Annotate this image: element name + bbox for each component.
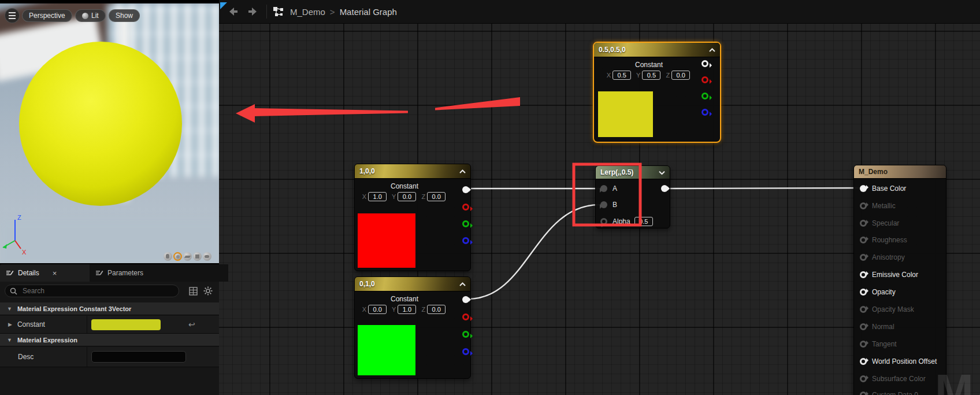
constant-property-row: ▶ Constant ↩ bbox=[0, 316, 219, 334]
node-lerp[interactable]: Lerp(,,0.5) A B Alpha 0.5 bbox=[595, 165, 670, 228]
mesh-plane-button[interactable] bbox=[183, 252, 192, 261]
details-tab-icon bbox=[6, 270, 14, 276]
output-pin-g[interactable] bbox=[701, 93, 708, 99]
gizmo-z-label: Z bbox=[17, 214, 21, 221]
output-pin-b[interactable] bbox=[462, 348, 469, 355]
lit-mode-button[interactable]: Lit bbox=[75, 9, 106, 22]
back-arrow-icon[interactable] bbox=[227, 5, 239, 18]
mesh-cylinder-button[interactable] bbox=[164, 252, 172, 261]
output-pin-b[interactable] bbox=[701, 109, 708, 116]
pin-row-roughness[interactable]: Roughness bbox=[860, 235, 907, 245]
mesh-cube-button[interactable] bbox=[193, 252, 202, 261]
output-pin-g[interactable] bbox=[462, 331, 469, 338]
pin-row-subsurface-color[interactable]: Subsurface Color bbox=[860, 374, 926, 383]
node-constant-green[interactable]: 0,1,0 Constant X0.0 Y1.0 Z0.0 bbox=[354, 276, 471, 379]
reset-to-default-icon[interactable]: ↩ bbox=[188, 320, 195, 329]
node-constant-half[interactable]: 0.5,0.5,0 Constant X0.5 Y0.5 Z0.0 bbox=[593, 42, 721, 143]
y-value-box[interactable]: 1.0 bbox=[398, 305, 416, 314]
expander-right-icon[interactable]: ▶ bbox=[8, 322, 12, 327]
show-button[interactable]: Show bbox=[109, 9, 140, 22]
perspective-button[interactable]: Perspective bbox=[22, 9, 72, 22]
mesh-sphere-button[interactable] bbox=[173, 252, 182, 261]
node-constant-red[interactable]: 1,0,0 Constant X1.0 Y0.0 Z0.0 bbox=[354, 164, 471, 271]
output-pin-rgb[interactable] bbox=[462, 296, 469, 303]
x-value-box[interactable]: 0.5 bbox=[612, 71, 631, 80]
pin-row-world-position-offset[interactable]: World Position Offset bbox=[860, 357, 937, 366]
preview-viewport[interactable]: Perspective Lit Show Z X bbox=[0, 3, 219, 263]
tab-details[interactable]: Details × bbox=[0, 264, 99, 282]
parameters-tab-icon bbox=[95, 270, 103, 276]
pin-row-custom-data-0[interactable]: Custom Data 0 bbox=[860, 390, 918, 395]
output-pin-r[interactable] bbox=[462, 313, 469, 320]
pin-row-opacity-mask[interactable]: Opacity Mask bbox=[860, 305, 914, 314]
x-value-box[interactable]: 0.0 bbox=[368, 305, 387, 314]
lerp-input-a-row: A bbox=[600, 184, 617, 193]
node-header[interactable]: 1,0,0 bbox=[355, 164, 470, 179]
output-pin-r[interactable] bbox=[462, 204, 469, 211]
expander-down-icon[interactable]: ▼ bbox=[7, 337, 12, 343]
close-tab-icon[interactable]: × bbox=[53, 269, 57, 278]
z-value-box[interactable]: 0.0 bbox=[671, 71, 690, 80]
search-row bbox=[0, 283, 219, 300]
forward-arrow-icon[interactable] bbox=[247, 5, 259, 18]
section-material-expression[interactable]: ▼ Material Expression bbox=[0, 334, 219, 346]
axis-gizmo: Z X bbox=[1, 207, 36, 259]
color-preview bbox=[598, 91, 653, 137]
pin-row-anisotropy[interactable]: Anisotropy bbox=[860, 253, 905, 262]
pin-row-metallic[interactable]: Metallic bbox=[860, 201, 896, 211]
output-pin-rgb[interactable] bbox=[701, 60, 708, 67]
graph-watermark: MAT bbox=[935, 364, 980, 395]
collapse-chevron-up-icon[interactable] bbox=[709, 48, 715, 52]
node-header[interactable]: 0.5,0.5,0 bbox=[594, 43, 720, 57]
pin-row-emissive-color[interactable]: Emissive Color bbox=[860, 270, 918, 279]
constant-color-swatch[interactable] bbox=[91, 319, 161, 330]
vector-values-row: X1.0 Y0.0 Z0.0 bbox=[355, 192, 470, 201]
search-input[interactable] bbox=[21, 286, 174, 296]
output-pin-rgb[interactable] bbox=[462, 186, 469, 193]
lerp-input-alpha-row: Alpha 0.5 bbox=[600, 217, 656, 226]
desc-property-row: Desc bbox=[0, 347, 219, 367]
pin-row-opacity[interactable]: Opacity bbox=[860, 287, 896, 297]
pin-row-tangent[interactable]: Tangent bbox=[860, 339, 897, 349]
viewport-menu-button[interactable] bbox=[5, 8, 20, 23]
output-pin-b[interactable] bbox=[462, 237, 469, 244]
y-value-box[interactable]: 0.5 bbox=[642, 71, 660, 80]
x-value-box[interactable]: 1.0 bbox=[368, 192, 387, 201]
vector-values-row: X0.0 Y1.0 Z0.0 bbox=[355, 305, 470, 314]
desc-input[interactable] bbox=[91, 351, 186, 363]
node-header[interactable]: M_Demo bbox=[854, 165, 946, 179]
graph-icon bbox=[273, 6, 284, 17]
node-header[interactable]: Lerp(,,0.5) bbox=[596, 166, 670, 179]
y-value-box[interactable]: 0.0 bbox=[398, 192, 416, 201]
pin-row-specular[interactable]: Specular bbox=[860, 219, 899, 228]
settings-gear-icon[interactable] bbox=[203, 286, 213, 296]
collapse-chevron-up-icon[interactable] bbox=[459, 169, 466, 173]
display-filter-icon[interactable] bbox=[189, 287, 198, 296]
node-material-result[interactable]: M_Demo Base Color Metallic Specular Roug… bbox=[853, 165, 946, 395]
collapse-chevron-up-icon[interactable] bbox=[459, 282, 466, 286]
pin-row-normal[interactable]: Normal bbox=[860, 322, 894, 331]
preview-sphere[interactable] bbox=[19, 42, 182, 206]
output-pin-g[interactable] bbox=[462, 220, 469, 227]
output-pin[interactable] bbox=[661, 185, 668, 192]
search-box[interactable] bbox=[5, 285, 179, 297]
tab-parameters[interactable]: Parameters bbox=[90, 264, 228, 282]
breadcrumb-material[interactable]: M_Demo bbox=[290, 7, 325, 17]
collapse-chevron-down-icon[interactable] bbox=[659, 171, 665, 175]
input-pin-a[interactable] bbox=[600, 185, 607, 192]
expander-down-icon[interactable]: ▼ bbox=[7, 306, 12, 312]
mesh-teapot-button[interactable] bbox=[203, 252, 211, 261]
breadcrumb-separator: > bbox=[330, 7, 335, 17]
node-header[interactable]: 0,1,0 bbox=[355, 277, 470, 291]
z-value-box[interactable]: 0.0 bbox=[427, 305, 446, 314]
pin-row-base-color[interactable]: Base Color bbox=[860, 184, 906, 193]
node-type-label: Constant bbox=[355, 295, 470, 303]
lerp-input-b-row: B bbox=[600, 200, 617, 209]
section-material-expression-constant-3vector[interactable]: ▼ Material Expression Constant 3Vector bbox=[0, 302, 219, 315]
alpha-value-box[interactable]: 0.5 bbox=[634, 217, 653, 226]
z-value-box[interactable]: 0.0 bbox=[427, 192, 446, 201]
input-pin-alpha[interactable] bbox=[600, 218, 607, 225]
input-pin-b[interactable] bbox=[600, 201, 607, 208]
output-pin-r[interactable] bbox=[701, 76, 708, 83]
node-type-label: Constant bbox=[355, 182, 470, 190]
